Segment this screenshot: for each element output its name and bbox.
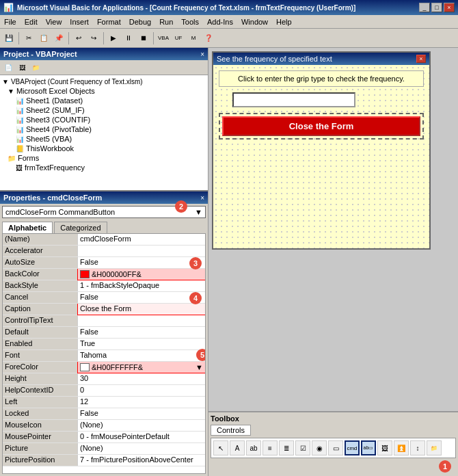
- tree-sheet5-icon: 📊: [16, 135, 24, 143]
- props-value-forecolor[interactable]: &H00FFFFFF& ▼: [78, 362, 205, 373]
- toolbox-controls-tab[interactable]: Controls: [211, 425, 251, 436]
- tree-sheet2[interactable]: 📊 Sheet2 (SUM_IF): [2, 105, 206, 115]
- properties-panel: Properties - cmdCloseForm × cmdCloseForm…: [0, 191, 208, 476]
- tree-form-label: frmTextFrequency: [25, 163, 85, 172]
- properties-panel-close[interactable]: ×: [200, 194, 204, 202]
- menu-window[interactable]: Window: [237, 16, 272, 27]
- toolbar-module[interactable]: M: [187, 31, 200, 45]
- tool-optionbutton[interactable]: ◉: [312, 440, 327, 455]
- props-row-mouseicon: MouseIcon (None): [3, 420, 205, 432]
- project-view-object[interactable]: 🖼: [16, 62, 28, 74]
- props-value-helpcontextid[interactable]: 0: [78, 385, 205, 396]
- project-view-code[interactable]: 📄: [2, 62, 14, 74]
- toolbar-save[interactable]: 💾: [2, 31, 16, 45]
- props-value-name[interactable]: cmdCloseForm: [78, 234, 205, 245]
- tool-combobox[interactable]: ≡: [262, 440, 278, 455]
- project-panel-header: Project - VBAProject ×: [0, 48, 208, 60]
- toolbar-pause[interactable]: ⏸: [122, 31, 135, 45]
- menu-addins[interactable]: Add-Ins: [203, 16, 237, 27]
- tree-sheet4-label: Sheet4 (PivotTable): [26, 125, 92, 133]
- tree-vbaproject[interactable]: ▼ VBAProject (Count Frequency of Text.xl…: [2, 77, 206, 86]
- menu-edit[interactable]: Edit: [21, 16, 42, 27]
- props-value-autosize[interactable]: False: [78, 257, 205, 268]
- tree-wb-icon: 📒: [16, 145, 24, 153]
- menu-file[interactable]: File: [0, 16, 21, 27]
- tool-frame[interactable]: ▭: [328, 440, 343, 455]
- tool-commandbutton[interactable]: cmd: [345, 440, 360, 455]
- userform-body[interactable]: Click to enter the grip type to check th…: [213, 65, 429, 248]
- form-textbox[interactable]: [232, 92, 355, 107]
- properties-object-dropdown[interactable]: cmdCloseForm CommandButton ▼: [2, 206, 206, 218]
- props-value-font[interactable]: Tahoma 5: [78, 350, 205, 361]
- props-value-locked[interactable]: False: [78, 408, 205, 419]
- menu-insert[interactable]: Insert: [66, 16, 93, 27]
- props-label-mousepointer: MousePointer: [3, 432, 78, 442]
- tree-sheet5[interactable]: 📊 Sheet5 (VBA): [2, 134, 206, 144]
- title-bar-icon: 📊: [3, 3, 14, 12]
- tree-sheet1[interactable]: 📊 Sheet1 (Dataset): [2, 96, 206, 105]
- forecolor-dropdown-icon[interactable]: ▼: [196, 363, 203, 371]
- props-label-backstyle: BackStyle: [3, 280, 78, 291]
- props-value-caption[interactable]: Close the Form: [78, 304, 205, 315]
- close-form-button[interactable]: Close the Form: [222, 116, 420, 136]
- props-value-cancel[interactable]: False: [78, 292, 205, 303]
- menu-view[interactable]: View: [42, 16, 66, 27]
- props-value-backstyle[interactable]: 1 - fmBackStyleOpaque: [78, 280, 205, 291]
- props-value-mousepointer[interactable]: 0 - fmMousePointerDefault: [78, 432, 205, 442]
- tool-listbox[interactable]: ≣: [279, 440, 294, 455]
- menu-help[interactable]: Help: [272, 16, 296, 27]
- menu-format[interactable]: Format: [93, 16, 125, 27]
- userform-close-button[interactable]: ×: [416, 55, 426, 63]
- props-value-accelerator[interactable]: [78, 246, 205, 256]
- project-tree[interactable]: ▼ VBAProject (Count Frequency of Text.xl…: [0, 75, 208, 190]
- menu-tools[interactable]: Tools: [177, 16, 203, 27]
- toolbar-redo[interactable]: ↪: [87, 31, 100, 45]
- props-value-default[interactable]: False: [78, 327, 205, 338]
- annotation-1: 1: [439, 460, 451, 473]
- props-value-enabled[interactable]: True: [78, 339, 205, 349]
- toolbar-run[interactable]: ▶: [107, 31, 120, 45]
- toolbar-stop[interactable]: ⏹: [137, 31, 150, 45]
- props-value-controltiptext[interactable]: [78, 315, 205, 326]
- toolbar-cut[interactable]: ✂: [22, 31, 36, 45]
- tool-checkbox[interactable]: ☑: [295, 440, 310, 455]
- tab-categorized[interactable]: Categorized: [54, 222, 107, 233]
- tool-image[interactable]: 🖼: [377, 440, 392, 455]
- toolbar-copy[interactable]: 📋: [37, 31, 51, 45]
- tool-spinbutton[interactable]: ⏫: [394, 440, 409, 455]
- tool-arrow[interactable]: ↖: [213, 440, 228, 455]
- tool-label[interactable]: A: [230, 440, 245, 455]
- tree-forms-folder[interactable]: 📁 Forms: [2, 153, 206, 163]
- props-row-pictureposition: PicturePosition 7 - fmPicturePositionAbo…: [3, 455, 205, 466]
- toolbar-paste[interactable]: 📌: [52, 31, 66, 45]
- project-panel-close[interactable]: ×: [200, 51, 204, 58]
- maximize-button[interactable]: □: [431, 3, 442, 12]
- toolbar-vba[interactable]: VBA: [157, 31, 170, 45]
- props-value-pictureposition[interactable]: 7 - fmPicturePositionAboveCenter: [78, 455, 205, 466]
- props-value-backcolor[interactable]: &H000000FF&: [78, 269, 205, 280]
- tool-commandbutton-ab[interactable]: ab▭: [361, 440, 376, 455]
- menu-debug[interactable]: Debug: [125, 16, 155, 27]
- tree-frmtextfrequency[interactable]: 🖼 frmTextFrequency: [2, 163, 206, 172]
- minimize-button[interactable]: _: [419, 3, 430, 12]
- props-row-enabled: Enabled True: [3, 339, 205, 350]
- tool-scrollbar[interactable]: ↕: [410, 440, 425, 455]
- props-value-mouseicon[interactable]: (None): [78, 420, 205, 431]
- props-value-picture[interactable]: (None): [78, 443, 205, 454]
- toolbar-userform[interactable]: UF: [172, 31, 185, 45]
- tree-sheet3[interactable]: 📊 Sheet3 (COUNTIF): [2, 115, 206, 124]
- toolbar-help[interactable]: ❓: [202, 31, 215, 45]
- tree-sheet4[interactable]: 📊 Sheet4 (PivotTable): [2, 124, 206, 134]
- tool-tabstrip[interactable]: 📁: [427, 440, 442, 455]
- props-value-left[interactable]: 12: [78, 397, 205, 408]
- tool-textbox[interactable]: ab: [246, 440, 261, 455]
- tree-thisworkbook[interactable]: 📒 ThisWorkbook: [2, 144, 206, 153]
- props-value-height[interactable]: 30: [78, 373, 205, 384]
- properties-object-name: cmdCloseForm CommandButton: [5, 208, 115, 216]
- tab-alphabetic[interactable]: Alphabetic: [2, 222, 53, 233]
- tree-excel-objects[interactable]: ▼ Microsoft Excel Objects: [2, 86, 206, 96]
- toolbar-undo[interactable]: ↩: [72, 31, 85, 45]
- close-window-button[interactable]: ×: [444, 3, 455, 12]
- menu-run[interactable]: Run: [155, 16, 177, 27]
- project-toggle-folders[interactable]: 📁: [29, 62, 42, 74]
